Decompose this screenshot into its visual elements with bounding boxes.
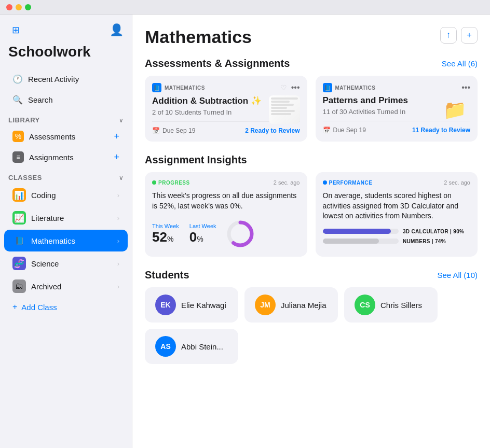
- more-options-icon[interactable]: •••: [291, 83, 300, 92]
- students-section-title: Students: [145, 269, 189, 281]
- sidebar-toggle-button[interactable]: ⊞: [8, 23, 23, 37]
- students-grid: EK Elie Kahwagi JM Juliana Mejia CS Chri…: [145, 287, 478, 364]
- add-assessment-button[interactable]: +: [114, 131, 119, 142]
- progress-badge: PROGRESS: [152, 180, 190, 186]
- progress-donut: [225, 218, 256, 249]
- library-toggle-icon[interactable]: ∨: [119, 117, 124, 124]
- insights-section-title: Assignment Insights: [145, 154, 247, 166]
- archived-icon: 🗂: [12, 279, 26, 293]
- sidebar-toggle-icon: ⊞: [12, 24, 20, 36]
- sidebar-item-search[interactable]: 🔍 Search: [4, 90, 128, 109]
- progress-numbers: This Week 52% Last Week 0%: [152, 223, 216, 245]
- science-label: Science: [31, 259, 59, 268]
- assessments-left: % Assessments: [12, 131, 75, 142]
- assignments-cards-grid: 📘 MATHEMATICS ♡ ••• Addition & Subtracti…: [145, 76, 478, 142]
- perf-bar-numbers: NUMBERS | 74%: [323, 239, 471, 244]
- performance-tag: PERFORMANCE 2 sec. ago: [323, 179, 471, 186]
- sidebar-item-archived[interactable]: 🗂 Archived ›: [4, 275, 128, 297]
- card-2-tag-icon: 📘: [323, 83, 332, 92]
- classes-toggle-icon[interactable]: ∨: [119, 174, 124, 181]
- profile-icon: 👤: [110, 23, 124, 37]
- sidebar-item-coding[interactable]: 📊 Coding ›: [4, 184, 128, 206]
- profile-button[interactable]: 👤: [109, 23, 124, 37]
- card-2-tag-text: MATHEMATICS: [335, 85, 376, 91]
- main-header: Mathematics ↑ +: [145, 27, 478, 47]
- app-title: Schoolwork: [0, 41, 132, 68]
- card-1-tag-icon: 📘: [152, 83, 161, 92]
- perf-track-numbers: [323, 239, 399, 244]
- progress-tag-left: PROGRESS: [152, 180, 190, 186]
- perf-label-3dcalc: 3D CALCULATOR | 90%: [403, 229, 470, 234]
- coding-label: Coding: [31, 191, 56, 200]
- perf-fill-3dcalc: [323, 229, 391, 234]
- page-title: Mathematics: [145, 27, 252, 47]
- mathematics-left: 📘 Mathematics: [12, 234, 75, 247]
- perf-fill-numbers: [323, 239, 379, 244]
- mathematics-icon: 📘: [12, 234, 26, 247]
- title-bar: [0, 0, 490, 15]
- student-card-ek[interactable]: EK Elie Kahwagi: [145, 287, 238, 323]
- student-card-jm[interactable]: JM Juliana Mejia: [244, 287, 338, 323]
- perf-label-numbers: NUMBERS | 74%: [403, 239, 470, 244]
- student-name-jm: Juliana Mejia: [281, 301, 326, 310]
- archived-label: Archived: [31, 282, 61, 291]
- sidebar-item-literature[interactable]: 📈 Literature ›: [4, 207, 128, 229]
- performance-badge: PERFORMANCE: [323, 180, 373, 186]
- see-all-students-button[interactable]: See All (10): [437, 271, 478, 279]
- student-card-as[interactable]: AS Abbi Stein...: [145, 329, 238, 364]
- export-button[interactable]: ↑: [440, 27, 457, 44]
- sidebar-item-assignments[interactable]: ≡ Assignments +: [4, 147, 128, 167]
- card-2-actions: •••: [461, 83, 470, 92]
- avatar-ek: EK: [155, 295, 176, 315]
- minimize-button[interactable]: [16, 4, 22, 10]
- search-label: Search: [28, 95, 53, 104]
- coding-icon: 📊: [12, 188, 26, 202]
- card-2-review-button[interactable]: 11 Ready to Review: [412, 127, 470, 134]
- progress-text: This week's progress on all due assignme…: [152, 191, 300, 211]
- main-content: Mathematics ↑ + Assessments & Assignment…: [132, 15, 490, 448]
- sidebar-item-assessments[interactable]: % Assessments +: [4, 127, 128, 146]
- see-all-assignments-button[interactable]: See All (6): [442, 59, 478, 68]
- add-assignment-button[interactable]: +: [114, 152, 119, 163]
- coding-chevron: ›: [117, 191, 119, 199]
- performance-insight-card: PERFORMANCE 2 sec. ago On average, stude…: [316, 172, 478, 257]
- add-button[interactable]: +: [461, 27, 478, 44]
- mathematics-label: Mathematics: [31, 236, 75, 245]
- folder-icon: 📁: [443, 99, 467, 121]
- assessments-section-header: Assessments & Assignments See All (6): [145, 58, 478, 69]
- calendar-icon: 📅: [152, 127, 160, 134]
- bar-1-pct: 74%: [435, 239, 446, 244]
- assignments-label: Assignments: [29, 153, 74, 162]
- literature-label: Literature: [31, 214, 64, 222]
- perf-bar-3dcalc: 3D CALCULATOR | 90%: [323, 229, 471, 234]
- sidebar-item-recent-activity[interactable]: 🕐 Recent Activity: [4, 69, 128, 89]
- card-1-due-text: Due Sep 19: [162, 127, 195, 134]
- add-class-button[interactable]: + Add Class: [4, 298, 128, 316]
- assessments-icon: %: [12, 131, 24, 142]
- card-1-review-button[interactable]: 2 Ready to Review: [245, 127, 300, 134]
- archived-chevron: ›: [117, 283, 119, 290]
- progress-badge-text: PROGRESS: [158, 180, 190, 186]
- avatar-jm: JM: [255, 295, 276, 315]
- add-class-label: Add Class: [21, 303, 57, 312]
- fullscreen-button[interactable]: [25, 4, 31, 10]
- student-card-cs[interactable]: CS Chris Sillers: [344, 287, 438, 323]
- literature-chevron: ›: [117, 214, 119, 222]
- students-section-header: Students See All (10): [145, 269, 478, 281]
- student-name-cs: Chris Sillers: [380, 301, 422, 310]
- science-icon: 🧬: [12, 257, 26, 270]
- card-2-thumbnail: 📁: [439, 95, 470, 124]
- card-1-due: 📅 Due Sep 19: [152, 127, 195, 134]
- last-week-value: 0: [189, 229, 197, 245]
- card-2-more-options-icon[interactable]: •••: [461, 83, 470, 92]
- performance-time: 2 sec. ago: [444, 179, 470, 186]
- avatar-as: AS: [155, 336, 176, 357]
- favorite-icon[interactable]: ♡: [280, 83, 287, 92]
- sidebar-item-science[interactable]: 🧬 Science ›: [4, 253, 128, 274]
- performance-badge-text: PERFORMANCE: [329, 180, 373, 186]
- bar-1-label: NUMBERS: [403, 239, 430, 244]
- last-week-stat: Last Week 0%: [189, 223, 216, 245]
- performance-text: On average, students scored highest on a…: [323, 191, 471, 221]
- sidebar-item-mathematics[interactable]: 📘 Mathematics ›: [4, 230, 128, 251]
- close-button[interactable]: [6, 4, 12, 10]
